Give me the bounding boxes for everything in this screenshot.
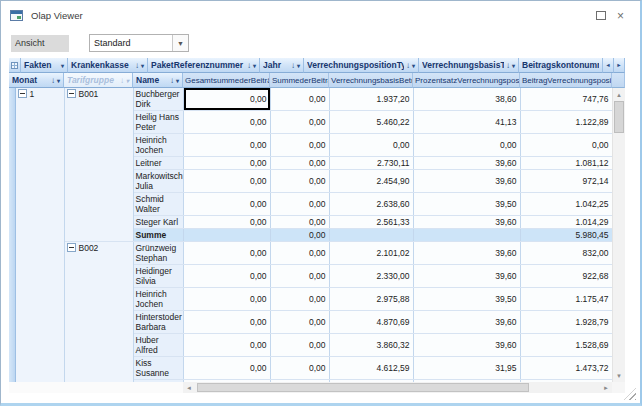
filter-verrechnungsbasistyp[interactable]: VerrechnungsbasisTyp ↓ ▾ (419, 58, 519, 73)
value-cell[interactable]: 1.081,12 (520, 157, 612, 170)
value-cell[interactable]: 4.870,69 (329, 311, 413, 334)
name-cell[interactable]: Huber Alfred (133, 334, 183, 357)
sort-desc-icon[interactable]: ↓ (406, 61, 410, 70)
sort-desc-icon[interactable]: ↓ (51, 76, 55, 85)
value-cell[interactable]: 39,60 (413, 157, 520, 170)
collapse-icon[interactable] (18, 89, 27, 98)
name-cell[interactable]: Leitner (133, 157, 183, 170)
vertical-scrollbar-track[interactable] (613, 133, 625, 369)
filter-paketreferenznummer[interactable]: PaketReferenznummer ↓ ▾ (148, 58, 260, 73)
value-cell[interactable]: 0,00 (183, 242, 270, 265)
value-cell[interactable]: 0,00 (183, 157, 270, 170)
chevron-down-icon[interactable]: ▼ (172, 35, 188, 51)
value-cell[interactable]: 0,00 (270, 170, 329, 193)
header-name[interactable]: Name ↓ ▾ (133, 73, 183, 88)
value-cell[interactable]: 832,00 (520, 242, 612, 265)
maximize-icon[interactable] (596, 11, 606, 20)
value-cell[interactable]: 0,00 (270, 288, 329, 311)
value-cell[interactable]: 2.730,11 (329, 157, 413, 170)
horizontal-scrollbar[interactable]: ◄ ► (9, 382, 625, 393)
value-cell[interactable]: 39,60 (413, 242, 520, 265)
filter-dropdown-icon[interactable]: ▾ (297, 62, 300, 69)
sort-desc-icon[interactable]: ↓ (135, 61, 139, 70)
value-cell[interactable]: 2.975,88 (329, 288, 413, 311)
filter-dropdown-icon[interactable]: ▾ (412, 62, 415, 69)
value-cell[interactable]: 0,00 (183, 134, 270, 157)
sort-desc-icon[interactable]: ↓ (170, 76, 174, 85)
filter-jahr[interactable]: Jahr ↓ ▾ (260, 58, 304, 73)
header-verrechnungsbasisbetrag[interactable]: VerrechnungsbasisBetrag (329, 73, 413, 88)
filter-dropdown-icon[interactable]: ▾ (141, 62, 144, 69)
value-cell[interactable]: 1.042,25 (520, 193, 612, 216)
value-cell[interactable]: 0,00 (270, 311, 329, 334)
value-cell[interactable]: 0,00 (183, 111, 270, 134)
scroll-up-icon[interactable]: ▲ (613, 88, 625, 101)
field-scroll-left-icon[interactable]: ◄ (603, 58, 614, 73)
sort-desc-icon[interactable]: ↓ (291, 61, 295, 70)
value-cell[interactable]: 0,00 (270, 216, 329, 229)
value-cell[interactable]: 0,00 (270, 357, 329, 380)
value-cell[interactable]: 0,00 (183, 216, 270, 229)
scroll-right-icon[interactable]: ► (600, 382, 612, 393)
value-cell[interactable]: 2.638,60 (329, 193, 413, 216)
value-cell[interactable]: 1.928,79 (520, 311, 612, 334)
value-cell[interactable]: 39,60 (413, 265, 520, 288)
value-cell[interactable]: 5.980,45 (520, 229, 612, 242)
tarifgruppe-group-cell[interactable]: B002 (64, 242, 133, 383)
value-cell[interactable]: 39,50 (413, 288, 520, 311)
name-cell[interactable]: Heilig Hans Peter (133, 111, 183, 134)
value-cell[interactable]: 0,00 (413, 134, 520, 157)
horizontal-scrollbar-thumb[interactable] (197, 383, 529, 392)
name-cell[interactable]: Grünzweig Stephan (133, 242, 183, 265)
value-cell[interactable]: 4.612,59 (329, 357, 413, 380)
horizontal-scrollbar-track[interactable] (195, 382, 600, 393)
value-cell[interactable]: 39,50 (413, 193, 520, 216)
value-cell[interactable]: 0,00 (183, 170, 270, 193)
value-cell[interactable]: 922,68 (520, 265, 612, 288)
value-cell[interactable]: 1.473,72 (520, 357, 612, 380)
value-cell[interactable]: 747,76 (520, 88, 612, 111)
value-cell[interactable]: 1.528,69 (520, 334, 612, 357)
value-cell[interactable] (183, 229, 270, 242)
data-area-button[interactable] (9, 58, 21, 73)
header-monat[interactable]: Monat ↓ ▾ (9, 73, 64, 88)
value-cell[interactable]: 0,00 (270, 334, 329, 357)
filter-dropdown-icon[interactable]: ▾ (176, 77, 179, 84)
value-cell[interactable]: 39,60 (413, 216, 520, 229)
scroll-down-icon[interactable]: ▼ (613, 369, 625, 382)
value-cell[interactable]: 3.860,32 (329, 334, 413, 357)
value-cell[interactable]: 0,00 (270, 88, 329, 111)
value-cell[interactable]: 0,00 (270, 265, 329, 288)
field-scroll-right-icon[interactable]: ► (614, 58, 625, 73)
vertical-scrollbar-thumb[interactable] (614, 101, 624, 133)
name-cell[interactable]: Summe (133, 229, 183, 242)
value-cell[interactable]: 39,60 (413, 311, 520, 334)
filter-dropdown-icon[interactable]: ▾ (253, 62, 256, 69)
name-cell[interactable]: Buchberger Dirk (133, 88, 183, 111)
value-cell[interactable]: 2.330,00 (329, 265, 413, 288)
name-cell[interactable]: Hinterstoder Barbara (133, 311, 183, 334)
value-cell[interactable]: 0,00 (183, 193, 270, 216)
value-cell[interactable]: 0,00 (183, 288, 270, 311)
resize-grip[interactable] (624, 388, 636, 400)
collapse-icon[interactable] (67, 89, 76, 98)
filter-dropdown-icon[interactable]: ▾ (512, 62, 515, 69)
monat-group-cell[interactable]: 1 (15, 88, 64, 382)
close-icon[interactable]: × (617, 11, 624, 21)
filter-dropdown-icon[interactable]: ▾ (126, 77, 129, 84)
name-cell[interactable]: Steger Karl (133, 216, 183, 229)
value-cell[interactable]: 5.460,22 (329, 111, 413, 134)
value-cell[interactable]: 38,60 (413, 88, 520, 111)
view-combobox[interactable]: Standard ▼ (89, 34, 189, 52)
value-cell[interactable]: 1.122,89 (520, 111, 612, 134)
value-cell[interactable]: 972,14 (520, 170, 612, 193)
value-cell[interactable]: 41,13 (413, 111, 520, 134)
value-cell[interactable]: 1.937,20 (329, 88, 413, 111)
value-cell[interactable]: 39,60 (413, 170, 520, 193)
value-cell[interactable]: 2.561,33 (329, 216, 413, 229)
header-prozentsatzverrechnungsposition[interactable]: ProzentsatzVerrechnungsposition (413, 73, 520, 88)
value-cell[interactable]: 1.014,29 (520, 216, 612, 229)
sort-desc-icon[interactable]: ↓ (247, 61, 251, 70)
name-cell[interactable]: Markowitsch Julia (133, 170, 183, 193)
value-cell[interactable]: 0,00 (183, 265, 270, 288)
